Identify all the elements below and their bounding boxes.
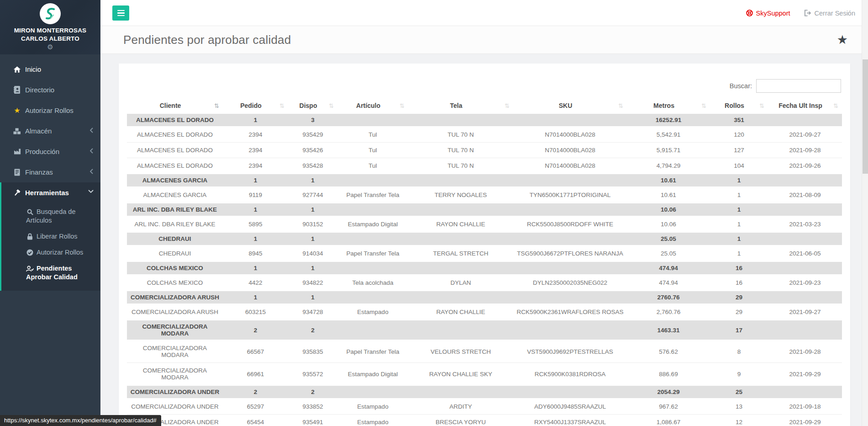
table-row: COMERCIALIZADORA MODARA66567935835Papel …	[127, 340, 842, 363]
table-cell: Tul	[337, 158, 408, 174]
pendientes-table: Cliente⇅ Pedido⇅ Dispo⇅ Artículo⇅ Tela⇅ …	[127, 99, 842, 426]
table-cell: ALMACENES EL DORADO	[127, 113, 223, 127]
table-cell: 2021-06-05	[768, 245, 842, 261]
sidebar-item-finanzas[interactable]: Finanzas	[0, 162, 100, 182]
table-cell: ALMACENES GARCIA	[127, 174, 223, 187]
table-cell: 1	[710, 245, 768, 261]
table-cell: 2,760.76	[627, 304, 710, 320]
sidebar-item-directorio[interactable]: Directorio	[0, 80, 100, 100]
table-cell: COLCHAS MEXICO	[127, 261, 223, 275]
table-cell: 8945	[223, 245, 288, 261]
table-cell	[408, 385, 513, 399]
column-header-rollos[interactable]: Rollos⇅	[710, 99, 768, 113]
table-cell	[768, 113, 842, 127]
column-header-cliente[interactable]: Cliente⇅	[127, 99, 223, 113]
table-cell	[337, 113, 408, 127]
table-cell: TUL 70 N	[408, 127, 513, 143]
sort-icon[interactable]: ⇅	[214, 102, 219, 109]
logout-link[interactable]: Cerrar Sesión	[804, 10, 855, 17]
table-cell: Estampado Digital	[337, 216, 408, 232]
table-cell: Papel Transfer Tela	[337, 340, 408, 363]
table-cell: 2	[223, 385, 288, 399]
table-row: COMERCIALIZADORA UNDER65454935491Estampa…	[127, 415, 842, 426]
group-row: COLCHAS MEXICO11474.9416	[127, 261, 842, 275]
table-cell: 1	[710, 174, 768, 187]
table-row: ARL INC. DBA RILEY BLAKE5895903152Estamp…	[127, 216, 842, 232]
sort-icon[interactable]: ⇅	[759, 102, 764, 109]
table-cell: 933852	[288, 399, 337, 415]
sidebar-item-autorizar-rollos-sub[interactable]: Autorizar Rollos	[1, 245, 100, 261]
table-card: Buscar: Cliente⇅ Pedido⇅ Dispo⇅ Artículo…	[119, 64, 850, 426]
table-cell: 25	[710, 385, 768, 399]
table-cell: 1	[288, 174, 337, 187]
favorite-star-icon[interactable]: ★	[837, 34, 848, 46]
group-row: ALMACENES EL DORADO1316252.91351	[127, 113, 842, 127]
sidebar-item-produccion[interactable]: Producción	[0, 141, 100, 162]
table-cell: 1	[288, 232, 337, 245]
chevron-left-icon	[89, 128, 94, 133]
table-cell: Tela acolchada	[337, 275, 408, 291]
table-cell: 16252.91	[627, 113, 710, 127]
sidebar-item-almacen[interactable]: Almacén	[0, 121, 100, 141]
sidebar-item-inicio[interactable]: Inicio	[0, 59, 100, 80]
sidebar-item-busqueda-articulos[interactable]: Busqueda de Artículos	[1, 204, 100, 229]
table-cell: 2394	[223, 143, 288, 158]
table-cell: 2	[288, 320, 337, 340]
table-cell: 5895	[223, 216, 288, 232]
table-cell: 2394	[223, 158, 288, 174]
skysupport-label: SkySupport	[756, 10, 790, 17]
table-row: ALMACENES EL DORADO2394935426TulTUL 70 N…	[127, 143, 842, 158]
table-cell: ARL INC. DBA RILEY BLAKE	[127, 203, 223, 216]
table-cell: 576.62	[627, 340, 710, 363]
sort-icon[interactable]: ⇅	[400, 102, 405, 109]
sidebar-toggle-button[interactable]	[112, 5, 129, 21]
table-cell: 4,794.29	[627, 158, 710, 174]
table-cell: 10.61	[627, 174, 710, 187]
table-cell: TSG5900J6672PTFLORES NARANJA	[513, 245, 627, 261]
table-row: COMERCIALIZADORA UNDER65297933852Estampa…	[127, 399, 842, 415]
sort-icon[interactable]: ⇅	[279, 102, 284, 109]
sidebar-item-autorizar-rollos[interactable]: ★ Autorizar Rollos	[0, 100, 100, 121]
table-cell	[513, 232, 627, 245]
sidebar-item-label: Herramientas	[25, 188, 69, 197]
table-cell: RCK5500J8500RDOFF WHITE	[513, 216, 627, 232]
group-row: COMERCIALIZADORA ARUSH112760.7629	[127, 291, 842, 304]
life-ring-icon	[746, 10, 753, 16]
sort-icon[interactable]: ⇅	[505, 102, 510, 109]
cubes-icon	[12, 127, 22, 135]
table-cell: 5,542.91	[627, 127, 710, 143]
table-cell: 2021-03-23	[768, 216, 842, 232]
table-row: ALMACENES EL DORADO2394935428TulTUL 70 N…	[127, 158, 842, 174]
search-input[interactable]	[756, 79, 841, 93]
column-header-pedido[interactable]: Pedido⇅	[223, 99, 288, 113]
vertical-scrollbar[interactable]	[862, 0, 868, 426]
sidebar-item-label: Autorizar Rollos	[25, 106, 74, 115]
sort-icon[interactable]: ⇅	[833, 102, 838, 109]
sort-icon[interactable]: ⇅	[329, 102, 334, 109]
gear-icon[interactable]: ⚙	[47, 43, 53, 50]
table-cell: 1	[288, 203, 337, 216]
table-cell	[513, 203, 627, 216]
column-header-articulo[interactable]: Artículo⇅	[337, 99, 408, 113]
navbar-links: SkySupport Cerrar Sesión	[746, 0, 855, 26]
column-header-metros[interactable]: Metros⇅	[627, 99, 710, 113]
column-header-sku[interactable]: SKU⇅	[513, 99, 627, 113]
table-cell: 2021-09-23	[768, 275, 842, 291]
sidebar-item-liberar-rollos[interactable]: Liberar Rollos	[1, 229, 100, 245]
column-header-dispo[interactable]: Dispo⇅	[288, 99, 337, 113]
table-cell	[513, 320, 627, 340]
logout-label: Cerrar Sesión	[815, 10, 855, 17]
sort-icon[interactable]: ⇅	[618, 102, 623, 109]
column-header-tela[interactable]: Tela⇅	[408, 99, 513, 113]
column-header-fecha-ult-insp[interactable]: Fecha Ult Insp⇅	[768, 99, 842, 113]
table-cell: 474.94	[627, 275, 710, 291]
table-cell: 25.05	[627, 232, 710, 245]
skysupport-link[interactable]: SkySupport	[746, 10, 790, 17]
sidebar-item-pendientes-aprobar-calidad[interactable]: Pendientes Aprobar Calidad	[1, 261, 100, 285]
table-cell: 2021-09-28	[768, 340, 842, 363]
sidebar-item-herramientas[interactable]: Herramientas	[1, 182, 100, 203]
scrollbar-thumb[interactable]	[863, 59, 868, 174]
table-cell: CHEDRAUI	[127, 232, 223, 245]
sort-icon[interactable]: ⇅	[701, 102, 706, 109]
table-cell	[513, 291, 627, 304]
